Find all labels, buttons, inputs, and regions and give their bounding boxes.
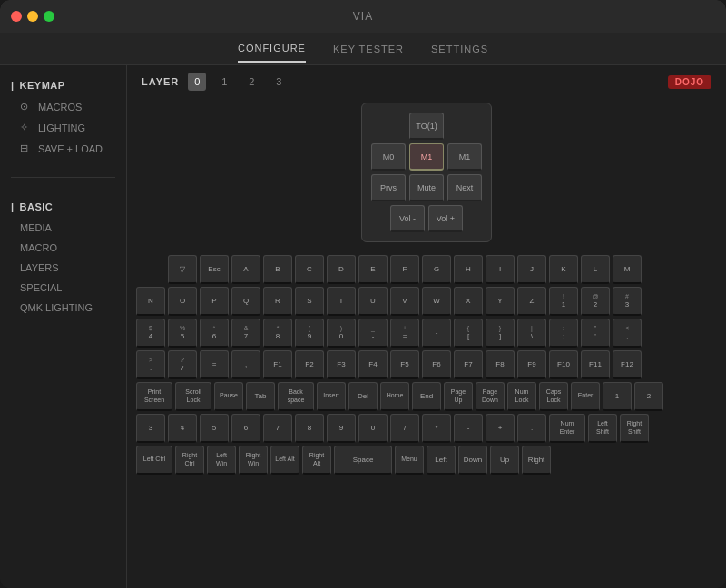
nav-settings[interactable]: SETTINGS: [431, 36, 488, 62]
key-quote-apostrophe[interactable]: "': [581, 318, 610, 348]
key-left-alt[interactable]: Left Alt: [270, 446, 299, 475]
key-4[interactable]: 4: [168, 414, 197, 443]
key-minus2[interactable]: -: [454, 414, 483, 443]
key-8[interactable]: 8: [295, 414, 324, 443]
key-h[interactable]: H: [454, 255, 483, 284]
key-f4[interactable]: F4: [358, 350, 388, 379]
key-left[interactable]: Left: [427, 446, 456, 475]
key-num-enter[interactable]: NumEnter: [549, 414, 585, 443]
key-f3[interactable]: F3: [327, 350, 356, 379]
key-asterisk[interactable]: *: [422, 414, 451, 443]
key-f11[interactable]: F11: [581, 350, 610, 379]
key-5[interactable]: 5: [200, 414, 229, 443]
key-caps-lock[interactable]: CapsLock: [539, 382, 568, 411]
key-del[interactable]: Del: [348, 382, 378, 411]
key-hash-3[interactable]: #3: [613, 287, 642, 316]
key-t[interactable]: T: [327, 287, 356, 316]
key-num-2[interactable]: 2: [634, 382, 663, 411]
key-6[interactable]: 6: [231, 414, 260, 443]
sidebar-item-qmk-lighting[interactable]: QMK LIGHTING: [0, 298, 126, 318]
key-f7[interactable]: F7: [454, 350, 483, 379]
layer-btn-1[interactable]: 1: [215, 73, 233, 91]
key-amp-7[interactable]: &7: [231, 318, 260, 348]
key-caret-6[interactable]: ^6: [200, 318, 229, 348]
key-a[interactable]: A: [231, 255, 260, 284]
key-plus-equals[interactable]: +=: [390, 318, 419, 348]
key-f10[interactable]: F10: [549, 350, 578, 379]
key-home[interactable]: Home: [380, 382, 409, 411]
key-lbrace-lbracket[interactable]: {[: [454, 318, 483, 348]
key-right-ctrl[interactable]: RightCtrl: [175, 446, 204, 475]
sidebar-item-macro[interactable]: MACRO: [0, 238, 126, 258]
key-f6[interactable]: F6: [422, 350, 451, 379]
preview-key-mute[interactable]: Mute: [409, 174, 444, 201]
key-x[interactable]: X: [454, 287, 483, 316]
key-v[interactable]: V: [390, 287, 419, 316]
key-print-screen[interactable]: PrintScreen: [136, 382, 172, 411]
key-k[interactable]: K: [549, 255, 578, 284]
key-lt-comma[interactable]: <,: [613, 318, 642, 348]
key-m[interactable]: M: [613, 255, 642, 284]
nav-key-tester[interactable]: KEY TESTER: [333, 36, 404, 62]
layer-btn-3[interactable]: 3: [270, 73, 288, 91]
key-down-arrow[interactable]: ▽: [168, 255, 197, 284]
key-minus[interactable]: -: [422, 318, 451, 348]
key-enter[interactable]: Enter: [571, 382, 600, 411]
preview-key-prvs[interactable]: Prvs: [371, 174, 406, 201]
key-c[interactable]: C: [295, 255, 324, 284]
key-f1[interactable]: F1: [263, 350, 292, 379]
key-left-win[interactable]: Left Win: [207, 446, 236, 475]
key-slash[interactable]: /: [390, 414, 419, 443]
key-plus[interactable]: +: [486, 414, 515, 443]
sidebar-item-media[interactable]: MEDIA: [0, 218, 126, 238]
key-j[interactable]: J: [517, 255, 546, 284]
sidebar-item-macros[interactable]: ⊙ MACROS: [0, 96, 126, 117]
key-g[interactable]: G: [422, 255, 451, 284]
key-o[interactable]: O: [168, 287, 197, 316]
key-up[interactable]: Up: [490, 446, 519, 475]
key-u[interactable]: U: [358, 287, 388, 316]
sidebar-item-save-load[interactable]: ⊟ SAVE + LOAD: [0, 138, 126, 159]
key-d[interactable]: D: [327, 255, 356, 284]
key-equals[interactable]: =: [200, 350, 229, 379]
preview-key-next[interactable]: Next: [447, 174, 482, 201]
key-p[interactable]: P: [200, 287, 229, 316]
key-menu[interactable]: Menu: [395, 446, 424, 475]
key-down[interactable]: Down: [458, 446, 487, 475]
key-colon-semicolon[interactable]: :;: [549, 318, 578, 348]
preview-key-to1[interactable]: TO(1): [409, 113, 444, 140]
key-pipe-backslash[interactable]: |\: [517, 318, 546, 348]
key-e[interactable]: E: [358, 255, 388, 284]
key-scroll-lock[interactable]: ScrollLock: [175, 382, 211, 411]
sidebar-item-lighting[interactable]: ✧ LIGHTING: [0, 117, 126, 138]
key-percent-5[interactable]: %5: [168, 318, 197, 348]
key-f9[interactable]: F9: [517, 350, 546, 379]
key-b[interactable]: B: [263, 255, 292, 284]
key-f2[interactable]: F2: [295, 350, 324, 379]
preview-key-m1[interactable]: M1: [447, 143, 482, 171]
key-f12[interactable]: F12: [613, 350, 642, 379]
key-n[interactable]: N: [136, 287, 165, 316]
key-pause[interactable]: Pause: [214, 382, 243, 411]
key-right[interactable]: Right: [522, 446, 551, 475]
key-dot[interactable]: .: [517, 414, 546, 443]
key-rparen-0[interactable]: )0: [327, 318, 356, 348]
key-q[interactable]: Q: [231, 287, 260, 316]
key-right-alt[interactable]: Right Alt: [302, 446, 331, 475]
key-lparen-9[interactable]: (9: [295, 318, 324, 348]
key-y[interactable]: Y: [486, 287, 515, 316]
preview-key-m1-selected[interactable]: M1: [409, 143, 444, 171]
key-f[interactable]: F: [390, 255, 419, 284]
key-s[interactable]: S: [295, 287, 324, 316]
key-tab[interactable]: Tab: [246, 382, 275, 411]
key-f5[interactable]: F5: [390, 350, 419, 379]
preview-key-vol-down[interactable]: Vol -: [390, 205, 425, 232]
key-underscore-minus[interactable]: _-: [358, 318, 388, 348]
key-right-shift[interactable]: RightShift: [620, 414, 649, 443]
sidebar-item-special[interactable]: SPECIAL: [0, 278, 126, 298]
close-button[interactable]: [11, 11, 22, 22]
key-3[interactable]: 3: [136, 414, 165, 443]
key-i[interactable]: I: [486, 255, 515, 284]
preview-key-vol-up[interactable]: Vol +: [428, 205, 463, 232]
key-dollar-4[interactable]: $4: [136, 318, 165, 348]
